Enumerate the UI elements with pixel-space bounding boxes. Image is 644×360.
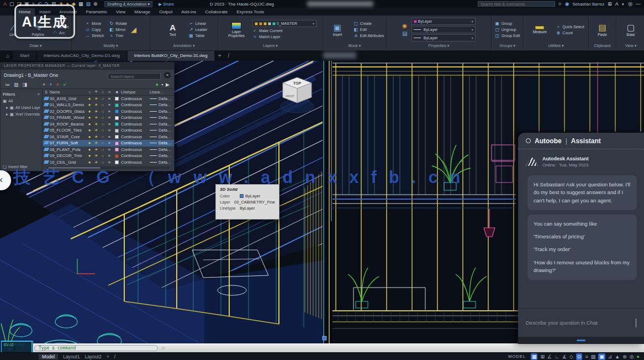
avatar-icon[interactable]: ◉ bbox=[565, 1, 569, 7]
new-frozen-layer-icon[interactable]: + bbox=[49, 82, 52, 87]
layout2-tab[interactable]: Layout2 bbox=[85, 354, 101, 359]
measure-button[interactable]: Measure bbox=[527, 26, 552, 34]
ribbon-tab-annotate[interactable]: Annotate bbox=[55, 8, 81, 15]
ungroup-button[interactable]: ▢Ungroup bbox=[495, 27, 520, 32]
plot-icon[interactable]: ≡ bbox=[32, 1, 35, 7]
ribbon-tab-addins[interactable]: Add-ins bbox=[177, 8, 200, 15]
layer-table-scrollbar[interactable] bbox=[47, 166, 170, 169]
panel-label-block[interactable]: Block ▾ bbox=[323, 44, 386, 50]
sheet-set-icon[interactable]: ▥ bbox=[51, 1, 56, 7]
lineweight-icon[interactable]: ≡ bbox=[585, 353, 588, 360]
help-circle-icon[interactable]: ○ bbox=[558, 1, 561, 7]
new-drawing-tab-button[interactable]: + bbox=[215, 51, 224, 61]
snap-icon[interactable]: ⊞ bbox=[540, 353, 545, 360]
delete-layer-icon[interactable]: × bbox=[56, 82, 59, 87]
quick-select-button[interactable]: +Quick Select bbox=[556, 24, 584, 29]
ortho-icon[interactable]: ∟ bbox=[555, 353, 559, 360]
layer-row[interactable]: 01_WALLS_Demo●☀∩≡ContinuousDefa… bbox=[43, 102, 174, 108]
insert-block-button[interactable]: ▣Insert bbox=[325, 23, 350, 36]
edit-attributes-button[interactable]: AEdit Attributes bbox=[353, 33, 384, 38]
linear-dim-button[interactable]: ⌐Linear bbox=[189, 21, 208, 26]
group-edit-button[interactable]: ◫Group Edit bbox=[495, 33, 520, 38]
palette-grip[interactable]: LAYER PROPERTIES MANAGER — Current layer… bbox=[1, 62, 174, 70]
properties-list-icon[interactable]: ▤ bbox=[402, 30, 407, 36]
layer-filter-icon[interactable]: ≔ bbox=[5, 82, 10, 87]
ribbon-tab-collaborate[interactable]: Collaborate bbox=[200, 8, 232, 15]
linetype-dropdown[interactable]: ByLayer▾ bbox=[411, 34, 476, 41]
erase-pencil-icon[interactable]: ◢ bbox=[131, 25, 136, 34]
selection-cycling-icon[interactable]: ▣ bbox=[598, 353, 605, 360]
layer-row[interactable]: 03_FRAME_Wood●☀∩≡ContinuousDefa… bbox=[43, 114, 174, 121]
property-filter-icon[interactable]: ▥ bbox=[14, 82, 19, 87]
expand-icon[interactable]: ▶ bbox=[166, 82, 170, 87]
view-base-button[interactable]: ▢Base bbox=[619, 23, 643, 36]
undo-icon[interactable]: ↶ bbox=[38, 1, 42, 7]
osnap-icon[interactable]: ⊙ bbox=[576, 353, 583, 360]
filter-item-xref[interactable]: ▸▣Xref Overrides bbox=[3, 112, 40, 117]
share-button[interactable]: ▶ Share bbox=[159, 2, 174, 7]
render-sun-icon[interactable]: ☀ bbox=[59, 1, 63, 7]
open-file-icon[interactable]: ◪ bbox=[17, 1, 22, 7]
move-button[interactable]: +Move bbox=[85, 21, 104, 26]
model-space-label[interactable]: MODEL bbox=[508, 354, 526, 359]
count-button[interactable]: ≣Count bbox=[556, 30, 584, 35]
ribbon-tab-insert[interactable]: Insert bbox=[35, 8, 55, 15]
color-wheel-icon[interactable]: ◉ bbox=[402, 23, 407, 29]
layer-search-input[interactable] bbox=[108, 73, 161, 80]
infer-icon[interactable]: ∠ bbox=[547, 353, 552, 360]
viewcube[interactable]: TOP FRONT bbox=[276, 73, 318, 116]
copy-button[interactable]: ▱Copy bbox=[85, 27, 104, 32]
new-file-icon[interactable]: ▢ bbox=[9, 1, 14, 7]
command-input[interactable]: Type a command bbox=[34, 345, 158, 351]
layer-row[interactable]: 06_STAIR_Core●☀∩≡ContinuousDefa… bbox=[43, 134, 174, 140]
minimize-icon[interactable]: — bbox=[636, 1, 641, 7]
panel-label-draw[interactable]: Draw ▾ bbox=[0, 44, 71, 50]
refresh-icon[interactable]: ▪ bbox=[161, 82, 163, 87]
file-tab-demo-31[interactable]: Interiors BuildKO_City_Demo-31.dwg bbox=[128, 51, 214, 61]
paste-button[interactable]: ▤Paste bbox=[592, 23, 613, 36]
grid-icon[interactable]: ▦ bbox=[531, 353, 538, 360]
suggestion-2[interactable]: 'Track my order' bbox=[534, 246, 631, 253]
layer-row[interactable]: 05_FLOOR_Tiles●☀∩≡ContinuousDefa… bbox=[43, 127, 174, 134]
text-button[interactable]: AText bbox=[161, 23, 185, 36]
polar-icon[interactable]: ∡ bbox=[562, 353, 567, 360]
suggestion-3[interactable]: 'How do I remove unused blocks from my d… bbox=[534, 259, 631, 275]
filter-item-all[interactable]: ▣All bbox=[3, 98, 40, 103]
palette-close-button[interactable]: × bbox=[164, 72, 171, 79]
line-button[interactable]: ∕Line bbox=[2, 23, 24, 36]
layer-row[interactable]: 02_DOORS_Glass●☀∩≡ContinuousDefa… bbox=[43, 108, 174, 115]
panel-label-annotation[interactable]: Annotation ▾ bbox=[150, 44, 218, 50]
file-tab-demo-d1[interactable]: Interiors AutoCAD_City_Demo-D1.dwg bbox=[37, 51, 126, 61]
layer-properties-button[interactable]: Layer Properties bbox=[224, 22, 249, 38]
stretch-button[interactable]: ↔Stretch bbox=[85, 33, 104, 38]
layer-table-header[interactable]: SName ○☀ ∩≡ ■Linetype Linew… bbox=[43, 89, 174, 96]
layer-dropdown[interactable]: 0_MASTER▾ bbox=[252, 20, 316, 27]
edit-block-button[interactable]: ◧Edit bbox=[353, 27, 384, 32]
autodesk-a-icon[interactable]: A bbox=[615, 1, 619, 7]
redo-icon[interactable]: ↷ bbox=[44, 1, 49, 7]
annotation-scale-icon[interactable]: ▲ bbox=[615, 353, 620, 360]
ribbon-tab-view[interactable]: View bbox=[112, 8, 130, 15]
dynamic-ucs-icon[interactable]: ⊿ bbox=[608, 353, 613, 360]
panel-label-utilities[interactable]: Utilities ▾ bbox=[524, 44, 588, 50]
trim-button[interactable]: ×Trim bbox=[109, 33, 127, 38]
ribbon-tab-parametric[interactable]: Parametric bbox=[81, 8, 112, 15]
drag-handle[interactable] bbox=[577, 340, 585, 341]
save-icon[interactable]: ▣ bbox=[24, 1, 29, 7]
layer-row[interactable]: 10_CEIL_Grid●☀∩≡ContinuousDefa… bbox=[43, 159, 174, 166]
hatch-icon[interactable]: ▨ bbox=[86, 1, 91, 7]
panel-label-clipboard[interactable]: Clipboard bbox=[589, 44, 616, 50]
lineweight-dropdown[interactable]: ByLayer▾ bbox=[411, 26, 476, 33]
filter-item-used[interactable]: ▸▣All Used Layers bbox=[3, 105, 40, 110]
panel-label-layers[interactable]: Layers ▾ bbox=[218, 44, 323, 50]
collapse-tree-icon[interactable]: « bbox=[38, 92, 40, 97]
mirror-button[interactable]: ◧Mirror bbox=[109, 27, 127, 32]
object-color-dropdown[interactable]: ByLayer▾ bbox=[411, 18, 476, 25]
ribbon-tab-home[interactable]: Home bbox=[14, 8, 35, 15]
ribbon-tab-manage[interactable]: Manage bbox=[130, 8, 155, 15]
settings-icon[interactable]: ⊛ bbox=[93, 1, 98, 7]
new-layout-button[interactable]: + bbox=[107, 354, 109, 359]
isodraft-icon[interactable]: ◇ bbox=[569, 353, 573, 360]
layer-row[interactable]: 04_ROOF_Beams●☀∩≡ContinuousDefa… bbox=[43, 121, 174, 128]
layer-row-selected[interactable]: 07_FURN_Soft●☀∩≡ContinuousDefa… bbox=[43, 140, 174, 147]
